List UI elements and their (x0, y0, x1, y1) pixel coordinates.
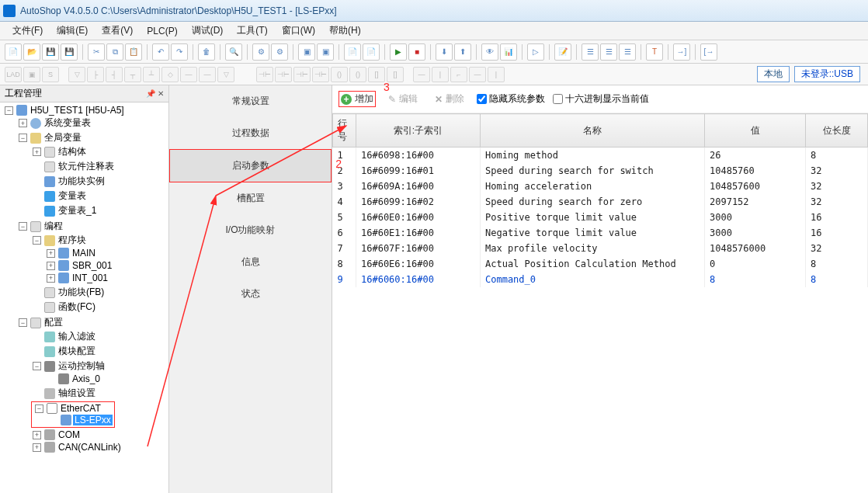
tb-edit1[interactable]: 📝 (554, 43, 571, 61)
lad-contact[interactable]: ⊣⊢ (256, 67, 273, 82)
tb-delete[interactable]: 🗑 (198, 43, 215, 61)
cell[interactable]: 104857600 (705, 179, 806, 194)
tab-general[interactable]: 常规设置 (169, 85, 332, 117)
tb-copy[interactable]: ⧉ (106, 43, 123, 61)
lad-contact[interactable]: ⊣⊢ (312, 67, 329, 82)
add-button[interactable]: + 增加 (339, 91, 376, 107)
lad-tool[interactable]: — (180, 67, 197, 82)
lad-line[interactable]: — (413, 67, 430, 82)
lad-btn3[interactable]: S (42, 67, 59, 82)
cell[interactable]: 7 (333, 241, 356, 256)
lad-tool[interactable]: ▽ (68, 67, 85, 82)
cell[interactable]: 8 (705, 272, 806, 287)
col-bitlen[interactable]: 位长度 (806, 114, 868, 148)
hex-display-checkbox[interactable]: 十六进制显示当前值 (553, 92, 649, 106)
tb-redo[interactable]: ↷ (171, 43, 188, 61)
lad-tool[interactable]: ┴ (143, 67, 160, 82)
tree-root[interactable]: H5U_TEST1 [H5U-A5] (29, 105, 126, 116)
table-row[interactable]: 416#6099:16#02Speed during search for ze… (333, 194, 868, 210)
lad-line[interactable]: | (432, 67, 449, 82)
cell[interactable]: 6 (333, 225, 356, 241)
menu-edit[interactable]: 编辑(E) (50, 23, 94, 39)
col-name[interactable]: 名称 (481, 114, 705, 148)
cell[interactable]: 0 (705, 256, 806, 272)
col-lineno[interactable]: 行号 (333, 114, 356, 148)
lad-tool[interactable]: ◇ (161, 67, 179, 82)
lad-contact[interactable]: ⊣⊢ (275, 67, 292, 82)
table-row[interactable]: 216#6099:16#01Speed during search for sw… (333, 163, 868, 179)
lad-coil[interactable]: [] (387, 67, 404, 82)
tab-iomapping[interactable]: I/O功能映射 (169, 214, 332, 246)
lad-tool[interactable]: ├ (87, 67, 104, 82)
params-table[interactable]: 行号 索引:子索引 名称 值 位长度 116#6098:16#00Homing … (332, 113, 868, 493)
lad-btn[interactable]: LAD (5, 67, 22, 82)
tree-lsepxx[interactable]: LS-EPxx (73, 415, 113, 425)
cell[interactable]: 16#60E1:16#00 (356, 225, 481, 241)
table-row[interactable]: 716#607F:16#00Max profile velocity104857… (333, 241, 868, 256)
menu-help[interactable]: 帮助(H) (323, 23, 367, 39)
cell[interactable]: 32 (806, 163, 868, 179)
tb-net[interactable]: ☰ (582, 43, 599, 61)
cell[interactable]: 8 (806, 256, 868, 272)
menu-view[interactable]: 查看(V) (95, 23, 139, 39)
cell[interactable]: 10485760 (705, 163, 806, 179)
cell[interactable]: 16#6099:16#01 (356, 163, 481, 179)
tab-info[interactable]: 信息 (169, 246, 332, 278)
cell[interactable]: 16#60E6:16#00 (356, 256, 481, 272)
tree-sysvars[interactable]: 系统变量表 (43, 116, 92, 130)
cell[interactable]: 16#607F:16#00 (356, 241, 481, 256)
login-status-button[interactable]: 未登录::USB (794, 66, 860, 82)
tb-upload[interactable]: ⬆ (454, 43, 471, 61)
tb-new[interactable]: 📄 (5, 43, 22, 61)
lad-coil[interactable]: () (331, 67, 348, 82)
cell[interactable]: 16#609A:16#00 (356, 179, 481, 194)
tb-net3[interactable]: ☰ (619, 43, 636, 61)
lad-line[interactable]: ⌐ (450, 67, 467, 82)
cell[interactable]: 8 (806, 272, 868, 287)
cell[interactable]: 16#60E0:16#00 (356, 210, 481, 225)
lad-btn2[interactable]: ▣ (23, 67, 40, 82)
tab-status[interactable]: 状态 (169, 278, 332, 310)
cell[interactable]: 32 (806, 241, 868, 256)
table-row[interactable]: 616#60E1:16#00Negative torque limit valu… (333, 225, 868, 241)
table-row[interactable]: 316#609A:16#00Homing acceleration1048576… (333, 179, 868, 194)
table-row[interactable]: 816#60E6:16#00Actual Position Calculatio… (333, 256, 868, 272)
tb-open[interactable]: 📂 (23, 43, 40, 61)
cell[interactable]: 16 (806, 225, 868, 241)
cell[interactable]: 32 (806, 179, 868, 194)
cell[interactable]: 5 (333, 210, 356, 225)
cell[interactable]: 26 (705, 148, 806, 164)
cell[interactable]: 1048576000 (705, 241, 806, 256)
cell[interactable]: 4 (333, 194, 356, 210)
menu-file[interactable]: 文件(F) (6, 23, 49, 39)
tb-logout[interactable]: [→ (700, 43, 717, 61)
cell[interactable]: Speed during search for switch (481, 163, 705, 179)
menu-window[interactable]: 窗口(W) (276, 23, 321, 39)
tb-exec[interactable]: ▷ (527, 43, 544, 61)
tab-startupparams[interactable]: 启动参数 2 (169, 149, 332, 182)
tb-login[interactable]: →] (673, 43, 690, 61)
tb-cut[interactable]: ✂ (88, 43, 105, 61)
cell[interactable]: 16#6060:16#00 (356, 272, 481, 287)
tb-save[interactable]: 💾 (42, 43, 59, 61)
tb-test[interactable]: T (646, 43, 663, 61)
local-button[interactable]: 本地 (757, 66, 790, 82)
tb-download[interactable]: ⬇ (436, 43, 453, 61)
lad-coil[interactable]: () (349, 67, 366, 82)
cell[interactable]: 3000 (705, 225, 806, 241)
tb-saveall[interactable]: 💾 (61, 43, 78, 61)
edit-button[interactable]: ✎ 编辑 (384, 91, 422, 107)
tb-monitor[interactable]: 👁 (481, 43, 498, 61)
cell[interactable]: 3 (333, 179, 356, 194)
tb-doc2[interactable]: 📄 (363, 43, 380, 61)
lad-coil[interactable]: [] (368, 67, 385, 82)
tb-window1[interactable]: ▣ (298, 43, 315, 61)
menu-tools[interactable]: 工具(T) (231, 23, 273, 39)
lad-tool[interactable]: ┬ (124, 67, 141, 82)
tb-doc1[interactable]: 📄 (344, 43, 361, 61)
cell[interactable]: 8 (806, 148, 868, 164)
lad-tool[interactable]: — (199, 67, 216, 82)
cell[interactable]: 2097152 (705, 194, 806, 210)
tb-compile[interactable]: ⚙ (252, 43, 269, 61)
table-row[interactable]: 116#6098:16#00Homing method268 (333, 148, 868, 164)
